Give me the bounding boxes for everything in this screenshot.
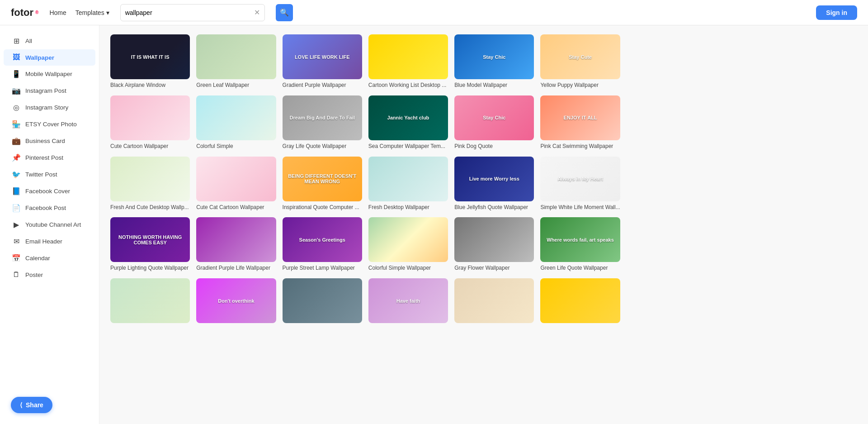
- thumb-overlay-text: Where words fail, art speaks: [540, 217, 620, 262]
- sidebar-label-wallpaper: Wallpaper: [25, 54, 54, 61]
- template-card-0-5[interactable]: Stay CuteYellow Puppy Wallpaper: [540, 34, 620, 89]
- sidebar-icon-twitter-post: 🐦: [12, 170, 21, 179]
- template-card-3-1[interactable]: Gradient Purple Life Wallpaper: [196, 217, 276, 272]
- sidebar-icon-pinterest-post: 📌: [12, 153, 21, 162]
- sidebar-item-business-card[interactable]: 💼 Business Card: [4, 133, 95, 149]
- template-card-3-5[interactable]: Where words fail, art speaksGreen Life Q…: [540, 217, 620, 272]
- thumb-overlay-text: Don't overthink: [196, 278, 276, 323]
- sidebar-label-twitter-post: Twitter Post: [25, 171, 57, 178]
- template-card-2-1[interactable]: Cute Cat Cartoon Wallpaper: [196, 157, 276, 211]
- card-label: Inspirational Quote Computer ...: [283, 204, 362, 211]
- sidebar-label-pinterest-post: Pinterest Post: [25, 154, 63, 161]
- sidebar-label-calendar: Calendar: [25, 255, 50, 262]
- template-card-1-2[interactable]: Dream Big And Dare To FailGray Life Quot…: [283, 95, 362, 150]
- template-card-2-0[interactable]: Fresh And Cute Desktop Wallp...: [110, 157, 190, 211]
- thumb-overlay-text: IT IS WHAT IT IS: [110, 34, 190, 79]
- sidebar-label-facebook-cover: Facebook Cover: [25, 188, 70, 195]
- card-label: Cute Cat Cartoon Wallpaper: [196, 204, 276, 211]
- template-card-3-4[interactable]: Gray Flower Wallpaper: [454, 217, 534, 272]
- sidebar-item-facebook-cover[interactable]: 📘 Facebook Cover: [4, 183, 95, 200]
- main-content: IT IS WHAT IT ISBlack Airplane WindowGre…: [99, 25, 631, 335]
- template-card-3-0[interactable]: NOTHING WORTH HAVING COMES EASYPurple Li…: [110, 217, 190, 272]
- card-label: Blue Jellyfish Quote Wallpaper: [454, 204, 534, 211]
- sidebar-item-all[interactable]: ⊞ All: [4, 33, 95, 49]
- template-card-4-0[interactable]: [110, 278, 190, 326]
- card-label: Green Leaf Wallpaper: [196, 82, 276, 89]
- template-card-2-5[interactable]: Always in My HeartSimple White Life Mome…: [540, 157, 620, 211]
- sidebar-item-email-header[interactable]: ✉ Email Header: [4, 233, 95, 250]
- nav: Home Templates ▾: [49, 9, 109, 16]
- logo[interactable]: fotor ®: [11, 7, 38, 19]
- template-card-1-0[interactable]: Cute Cartoon Wallpaper: [110, 95, 190, 150]
- card-label: Black Airplane Window: [110, 82, 190, 89]
- card-label: Green Life Quote Wallpaper: [540, 265, 620, 272]
- template-card-0-2[interactable]: LOVE LIFE WORK LIFEGradient Purple Wallp…: [283, 34, 362, 89]
- card-label: Pink Dog Quote: [454, 143, 534, 150]
- template-card-4-2[interactable]: [283, 278, 362, 326]
- card-label: Fresh Desktop Wallpaper: [368, 204, 448, 211]
- sign-in-button[interactable]: Sign in: [816, 5, 857, 20]
- card-label: Gray Life Quote Wallpaper: [283, 143, 362, 150]
- template-card-0-0[interactable]: IT IS WHAT IT ISBlack Airplane Window: [110, 34, 190, 89]
- sidebar-item-youtube-channel[interactable]: ▶ Youtube Channel Art: [4, 216, 95, 233]
- template-card-0-3[interactable]: Cartoon Working List Desktop ...: [368, 34, 448, 89]
- sidebar-icon-youtube-channel: ▶: [12, 220, 21, 229]
- template-card-3-3[interactable]: Colorful Simple Wallpaper: [368, 217, 448, 272]
- sidebar-item-etsy-cover[interactable]: 🏪 ETSY Cover Photo: [4, 116, 95, 133]
- sidebar-icon-mobile-wallpaper: 📱: [12, 70, 21, 78]
- sidebar-icon-facebook-cover: 📘: [12, 187, 21, 195]
- sidebar-icon-calendar: 📅: [12, 254, 21, 262]
- card-label: Purple Street Lamp Wallpaper: [283, 265, 362, 272]
- sidebar-item-poster[interactable]: 🗒 Poster: [4, 267, 95, 283]
- sidebar-icon-wallpaper: 🖼: [12, 53, 21, 62]
- sidebar-item-twitter-post[interactable]: 🐦 Twitter Post: [4, 166, 95, 183]
- sidebar-item-pinterest-post[interactable]: 📌 Pinterest Post: [4, 149, 95, 166]
- sidebar-label-instagram-post: Instagram Post: [25, 87, 66, 94]
- template-card-4-3[interactable]: Have faith: [368, 278, 448, 326]
- template-card-3-2[interactable]: Season's GreetingsPurple Street Lamp Wal…: [283, 217, 362, 272]
- clear-icon[interactable]: ✕: [254, 8, 260, 17]
- template-card-0-1[interactable]: Green Leaf Wallpaper: [196, 34, 276, 89]
- template-card-2-4[interactable]: Live more Worry lessBlue Jellyfish Quote…: [454, 157, 534, 211]
- thumb-overlay-text: Stay Cute: [540, 34, 620, 79]
- template-grid: IT IS WHAT IT ISBlack Airplane WindowGre…: [110, 34, 620, 326]
- template-card-1-5[interactable]: ENJOY IT ALLPink Cat Swimming Wallpaper: [540, 95, 620, 150]
- thumb-overlay-text: NOTHING WORTH HAVING COMES EASY: [110, 217, 190, 262]
- sidebar-item-facebook-post[interactable]: 📄 Facebook Post: [4, 200, 95, 216]
- nav-templates[interactable]: Templates ▾: [75, 9, 109, 16]
- card-label: Gradient Purple Wallpaper: [283, 82, 362, 89]
- sidebar-item-instagram-story[interactable]: ◎ Instagram Story: [4, 99, 95, 116]
- header: fotor ® Home Templates ▾ ✕ 🔍 Sign in: [0, 0, 868, 25]
- card-label: Pink Cat Swimming Wallpaper: [540, 143, 620, 150]
- thumb-overlay-text: Jannic Yacht club: [368, 95, 448, 140]
- template-card-0-4[interactable]: Stay ChicBlue Model Wallpaper: [454, 34, 534, 89]
- card-label: Cartoon Working List Desktop ...: [368, 82, 448, 89]
- template-card-1-1[interactable]: Colorful Simple: [196, 95, 276, 150]
- template-card-1-3[interactable]: Jannic Yacht clubSea Computer Wallpaper …: [368, 95, 448, 150]
- sidebar-label-etsy-cover: ETSY Cover Photo: [25, 121, 77, 128]
- nav-home[interactable]: Home: [49, 9, 66, 16]
- search-button[interactable]: 🔍: [276, 4, 293, 21]
- template-card-4-1[interactable]: Don't overthink: [196, 278, 276, 326]
- sidebar-label-poster: Poster: [25, 272, 43, 278]
- thumb-overlay-text: LOVE LIFE WORK LIFE: [283, 34, 362, 79]
- sidebar-item-calendar[interactable]: 📅 Calendar: [4, 250, 95, 267]
- template-card-2-3[interactable]: Fresh Desktop Wallpaper: [368, 157, 448, 211]
- sidebar-item-instagram-post[interactable]: 📷 Instagram Post: [4, 82, 95, 99]
- template-card-2-2[interactable]: BEING DIFFERENT DOESN'T MEAN WRONGInspir…: [283, 157, 362, 211]
- logo-registered: ®: [35, 10, 38, 15]
- sidebar-label-business-card: Business Card: [25, 138, 65, 144]
- thumb-overlay-text: ENJOY IT ALL: [540, 95, 620, 140]
- sidebar-icon-all: ⊞: [12, 37, 21, 45]
- sidebar-item-wallpaper[interactable]: 🖼 Wallpaper: [4, 49, 95, 66]
- thumb-overlay-text: Have faith: [368, 278, 448, 323]
- sidebar: ⊞ All 🖼 Wallpaper 📱 Mobile Wallpaper 📷 I…: [0, 25, 99, 335]
- card-label: Gradient Purple Life Wallpaper: [196, 265, 276, 272]
- sidebar-icon-instagram-post: 📷: [12, 86, 21, 95]
- search-input[interactable]: [125, 9, 250, 16]
- template-card-4-5[interactable]: [540, 278, 620, 326]
- sidebar-label-email-header: Email Header: [25, 238, 62, 245]
- sidebar-item-mobile-wallpaper[interactable]: 📱 Mobile Wallpaper: [4, 66, 95, 82]
- template-card-4-4[interactable]: [454, 278, 534, 326]
- template-card-1-4[interactable]: Stay ChicPink Dog Quote: [454, 95, 534, 150]
